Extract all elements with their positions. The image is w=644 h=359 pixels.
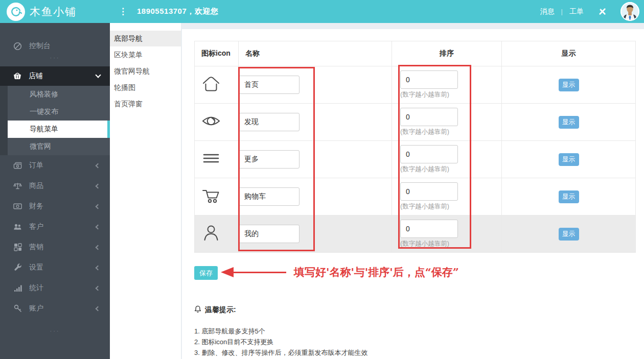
chevron-down-icon: [95, 72, 101, 78]
col-header-display: 显示: [502, 41, 636, 66]
tip-line: 3. 删除、修改、排序等操作后，必须重新发布版本才能生效: [194, 347, 367, 358]
sort-input[interactable]: [400, 70, 458, 89]
table-row: (数字越小越靠前) 显示: [195, 104, 636, 141]
sort-input[interactable]: [400, 220, 458, 238]
scales-icon: [13, 182, 22, 190]
chevron-left-icon: [96, 183, 101, 188]
user-icon: [195, 216, 239, 253]
table-row: (数字越小越靠前) 显示: [195, 178, 636, 216]
nav-separator: |: [561, 8, 563, 15]
name-input[interactable]: [239, 187, 300, 206]
sidebar-item-shop[interactable]: 店铺: [0, 66, 110, 86]
arrow-left-icon: [221, 267, 234, 277]
kebab-menu-icon[interactable]: ⋮: [119, 0, 127, 23]
tip-line: 2. 图标icon目前不支持更换: [194, 337, 367, 347]
chevron-left-icon: [96, 163, 101, 168]
sidebar-item-label: 统计: [29, 283, 43, 293]
chevron-left-icon: [96, 306, 101, 311]
sort-hint: (数字越小越靠前): [400, 202, 501, 211]
chevron-left-icon: [96, 224, 101, 229]
display-button[interactable]: 显示: [559, 153, 579, 166]
welcome-text: 18905513707，欢迎您: [137, 0, 218, 23]
sort-input[interactable]: [400, 182, 458, 201]
sort-hint: (数字越小越靠前): [400, 90, 501, 99]
display-button[interactable]: 显示: [559, 190, 579, 203]
sidebar-item-label: 客户: [29, 222, 43, 231]
sort-input[interactable]: [400, 145, 458, 163]
sidebar-divider-dots: ···: [0, 328, 110, 334]
sidebar-item-goods[interactable]: 商品: [0, 176, 110, 196]
table-row: (数字越小越靠前) 显示: [195, 66, 636, 104]
shop-basket-icon: [13, 71, 22, 81]
col-header-sort: 排序: [392, 41, 502, 66]
tickets-link[interactable]: 工单: [569, 7, 584, 16]
chevron-left-icon: [96, 265, 101, 270]
dashboard-icon: [13, 42, 22, 51]
wrench-icon: [13, 264, 22, 272]
sidebar-item-customers[interactable]: 客户: [0, 217, 110, 237]
top-bar: 木鱼小铺 ⋮ 18905513707，欢迎您 消息 | 工单: [0, 0, 644, 23]
name-input[interactable]: [239, 150, 300, 169]
sidebar-item-label: 设置: [29, 263, 43, 272]
secondary-sidebar: 底部导航 区块菜单 微官网导航 轮播图 首页弹窗: [110, 23, 181, 359]
sidebar-item-console[interactable]: 控制台: [0, 36, 110, 56]
table-header-row: 图标icon 名称 排序 显示: [195, 41, 636, 66]
name-input[interactable]: [239, 113, 300, 131]
fish-logo-icon: [7, 3, 25, 21]
subnav-item-block-menu[interactable]: 区块菜单: [110, 47, 181, 63]
subnav-item-carousel[interactable]: 轮播图: [110, 80, 181, 95]
sidebar-item-label: 财务: [29, 202, 43, 211]
main-content: 图标icon 名称 排序 显示: [181, 23, 644, 359]
sort-hint: (数字越小越靠前): [400, 240, 501, 248]
col-header-name: 名称: [239, 41, 392, 66]
sort-input[interactable]: [400, 108, 458, 126]
name-input[interactable]: [239, 76, 300, 94]
save-button[interactable]: 保存: [194, 266, 218, 280]
tips-section: 温馨提示: 1. 底部导航最多支持5个 2. 图标icon目前不支持更换 3. …: [194, 305, 367, 358]
sidebar-item-label: 控制台: [29, 41, 51, 51]
subnav-item-bottom-nav[interactable]: 底部导航: [110, 31, 181, 46]
submenu-item-microsite[interactable]: 微官网: [8, 138, 110, 155]
sidebar-item-stats[interactable]: 统计: [0, 278, 110, 298]
key-icon: [13, 304, 22, 313]
display-button[interactable]: 显示: [559, 116, 579, 129]
tools-wrench-icon[interactable]: [597, 7, 607, 16]
table-row: (数字越小越靠前) 显示: [195, 216, 636, 253]
table-row: (数字越小越靠前) 显示: [195, 141, 636, 178]
submenu-item-style[interactable]: 风格装修: [8, 86, 110, 103]
submenu-item-publish[interactable]: 一键发布: [8, 103, 110, 121]
main-sidebar: 控制台 ··· 店铺 风格装修 一键发布 导航菜单 微官网: [0, 23, 110, 359]
customers-icon: [13, 223, 22, 231]
shop-submenu: 风格装修 一键发布 导航菜单 微官网: [0, 86, 110, 155]
cart-icon: [195, 178, 239, 216]
display-button[interactable]: 显示: [559, 228, 579, 241]
home-icon: [195, 66, 239, 104]
bar-chart-icon: [13, 284, 22, 292]
name-input[interactable]: [239, 225, 300, 243]
bell-icon: [194, 305, 201, 315]
submenu-item-navmenu[interactable]: 导航菜单: [8, 121, 107, 138]
subnav-item-microsite-nav[interactable]: 微官网导航: [110, 63, 181, 79]
bottom-nav-table: 图标icon 名称 排序 显示: [194, 41, 636, 253]
chevron-left-icon: [96, 204, 101, 209]
sidebar-item-label: 店铺: [29, 71, 43, 81]
annotation-text: 填写好'名称'与'排序'后，点“保存”: [294, 265, 459, 279]
menu-lines-icon: [195, 141, 239, 178]
brand[interactable]: 木鱼小铺: [7, 0, 77, 23]
sidebar-item-account[interactable]: 账户: [0, 298, 110, 319]
display-button[interactable]: 显示: [559, 79, 579, 91]
app-window: 木鱼小铺 ⋮ 18905513707，欢迎您 消息 | 工单: [0, 0, 644, 359]
chevron-left-icon: [96, 245, 101, 250]
subnav-item-home-popup[interactable]: 首页弹窗: [110, 96, 181, 112]
user-avatar[interactable]: [620, 2, 639, 21]
sidebar-item-finance[interactable]: 财务: [0, 196, 110, 217]
messages-link[interactable]: 消息: [540, 7, 555, 16]
save-annotation: 填写好'名称'与'排序'后，点“保存”: [221, 265, 459, 279]
marketing-blocks-icon: [13, 243, 22, 251]
brand-title: 木鱼小铺: [30, 5, 77, 19]
sidebar-item-label: 商品: [29, 181, 43, 190]
sidebar-item-label: 订单: [29, 161, 43, 170]
sidebar-item-orders[interactable]: 订单: [0, 155, 110, 176]
sidebar-item-settings[interactable]: 设置: [0, 257, 110, 278]
sidebar-item-marketing[interactable]: 营销: [0, 237, 110, 257]
